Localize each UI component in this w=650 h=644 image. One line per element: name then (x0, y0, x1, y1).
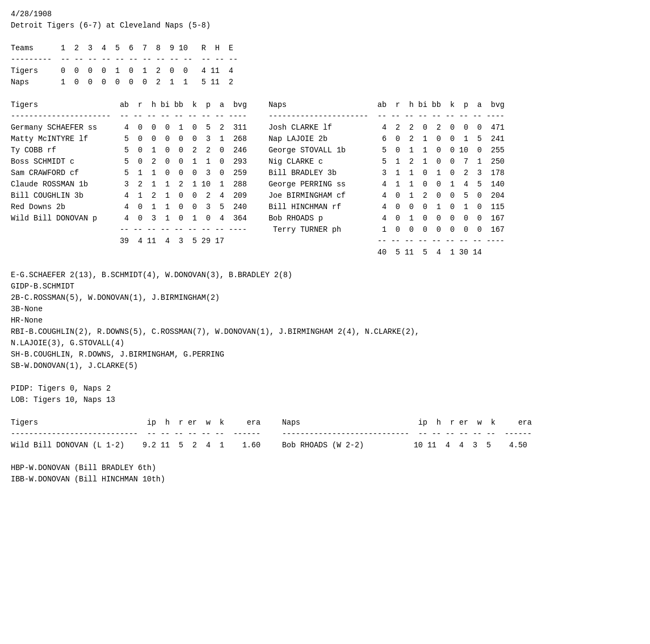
misc-section: PIDP: Tigers 0, Naps 2LOB: Tigers 10, Na… (11, 383, 639, 406)
misc-line: LOB: Tigers 10, Naps 13 (11, 394, 639, 406)
pitching-row: Wild Bill DONOVAN (L 1-2) 9.2 11 5 2 4 1… (11, 440, 260, 451)
note-line: SH-B.COUGHLIN, R.DOWNS, J.BIRMINGHAM, G.… (11, 349, 639, 360)
scorebox: 4/28/1908 Detroit Tigers (6-7) at Clevel… (11, 9, 639, 88)
batting-naps-rows: Josh CLARKE lf 4 2 2 0 2 0 0 0 471Nap LA… (269, 122, 505, 236)
date: 4/28/1908 (11, 10, 52, 18)
note-line: 2B-C.ROSSMAN(5), W.DONOVAN(1), J.BIRMING… (11, 292, 639, 304)
batting-row: Wild Bill DONOVAN p 4 0 3 1 0 1 0 4 364 (11, 213, 247, 224)
batting-tigers-divider2: -- -- -- -- -- -- -- -- ---- (11, 224, 247, 236)
matchup: Detroit Tigers (6-7) at Cleveland Naps (… (11, 21, 211, 30)
note-line: SB-W.DONOVAN(1), J.CLARKE(5) (11, 360, 639, 372)
batting-naps-header: Naps ab r h bi bb k p a bvg (269, 99, 505, 111)
pitching-tigers: Tigers ip h r er w k era ---------------… (11, 417, 260, 451)
linescore-divider: --------- -- -- -- -- -- -- -- -- -- -- … (11, 55, 238, 64)
footer-note-line: IBB-W.DONOVAN (Bill HINCHMAN 10th) (11, 474, 639, 485)
batting-tigers-divider: ---------------------- -- -- -- -- -- --… (11, 111, 247, 122)
pitching-naps-rows: Bob RHOADS (W 2-2) 10 11 4 4 3 5 4.50 (282, 440, 532, 451)
batting-naps-totals: 40 5 11 5 4 1 30 14 (269, 247, 505, 258)
note-line: E-G.SCHAEFER 2(13), B.SCHMIDT(4), W.DONO… (11, 270, 639, 281)
batting-naps: Naps ab r h bi bb k p a bvg ------------… (269, 99, 505, 258)
batting-row: Claude ROSSMAN 1b 3 2 1 1 2 1 10 1 288 (11, 179, 247, 190)
batting-row: Matty McINTYRE lf 5 0 0 0 0 0 3 1 268 (11, 133, 247, 145)
linescore-header: Teams 1 2 3 4 5 6 7 8 9 10 R H E (11, 44, 233, 52)
batting-row: Bill COUGHLIN 3b 4 1 2 1 0 0 2 4 209 (11, 190, 247, 202)
linescore-naps: Naps 1 0 0 0 0 0 0 2 1 1 5 11 2 (11, 78, 233, 86)
note-line: HR-None (11, 315, 639, 326)
batting-row: Germany SCHAEFER ss 4 0 0 0 1 0 5 2 311 (11, 122, 247, 133)
batting-tigers-rows: Germany SCHAEFER ss 4 0 0 0 1 0 5 2 311M… (11, 122, 247, 224)
footer-notes-section: HBP-W.DONOVAN (Bill BRADLEY 6th)IBB-W.DO… (11, 462, 639, 485)
note-line: GIDP-B.SCHMIDT (11, 281, 639, 292)
batting-row: Bill HINCHMAN rf 4 0 0 0 1 0 1 0 115 (269, 202, 505, 213)
batting-naps-divider2: -- -- -- -- -- -- -- -- ---- (269, 236, 505, 247)
batting-tigers-header: Tigers ab r h bi bb k p a bvg (11, 99, 247, 111)
batting-row: Red Downs 2b 4 0 1 1 0 0 3 5 240 (11, 202, 247, 213)
note-line: N.LAJOIE(3), G.STOVALL(4) (11, 338, 639, 349)
note-line: RBI-B.COUGHLIN(2), R.DOWNS(5), C.ROSSMAN… (11, 326, 639, 338)
batting-section: Tigers ab r h bi bb k p a bvg ----------… (11, 99, 639, 258)
batting-row: Bob RHOADS p 4 0 1 0 0 0 0 0 167 (269, 213, 505, 224)
pitching-tigers-divider: ---------------------------- -- -- -- --… (11, 428, 260, 440)
notes-section: E-G.SCHAEFER 2(13), B.SCHMIDT(4), W.DONO… (11, 270, 639, 372)
batting-naps-divider: ---------------------- -- -- -- -- -- --… (269, 111, 505, 122)
pitching-row: Bob RHOADS (W 2-2) 10 11 4 4 3 5 4.50 (282, 440, 532, 451)
footer-note-line: HBP-W.DONOVAN (Bill BRADLEY 6th) (11, 462, 639, 474)
batting-row: Bill BRADLEY 3b 3 1 1 0 1 0 2 3 178 (269, 167, 505, 179)
batting-row: Terry TURNER ph 1 0 0 0 0 0 0 0 167 (269, 224, 505, 236)
pitching-tigers-header: Tigers ip h r er w k era (11, 417, 260, 428)
note-line: 3B-None (11, 304, 639, 315)
batting-row: Boss SCHMIDT c 5 0 2 0 0 1 1 0 293 (11, 156, 247, 167)
batting-tigers-totals: 39 4 11 4 3 5 29 17 (11, 236, 247, 247)
batting-row: Joe BIRMINGHAM cf 4 0 1 2 0 0 5 0 204 (269, 190, 505, 202)
batting-tigers: Tigers ab r h bi bb k p a bvg ----------… (11, 99, 247, 247)
batting-row: Nig CLARKE c 5 1 2 1 0 0 7 1 250 (269, 156, 505, 167)
batting-row: Ty COBB rf 5 0 1 0 0 2 2 0 246 (11, 145, 247, 156)
pitching-naps: Naps ip h r er w k era -----------------… (282, 417, 532, 451)
batting-row: Sam CRAWFORD cf 5 1 1 0 0 0 3 0 259 (11, 167, 247, 179)
pitching-naps-divider: ---------------------------- -- -- -- --… (282, 428, 532, 440)
misc-line: PIDP: Tigers 0, Naps 2 (11, 383, 639, 394)
linescore-tigers: Tigers 0 0 0 0 1 0 1 2 0 0 4 11 4 (11, 66, 233, 75)
batting-row: George STOVALL 1b 5 0 1 1 0 0 10 0 255 (269, 145, 505, 156)
pitching-section: Tigers ip h r er w k era ---------------… (11, 417, 639, 451)
pitching-tigers-rows: Wild Bill DONOVAN (L 1-2) 9.2 11 5 2 4 1… (11, 440, 260, 451)
batting-row: Nap LAJOIE 2b 6 0 2 1 0 0 1 5 241 (269, 133, 505, 145)
batting-row: George PERRING ss 4 1 1 0 0 1 4 5 140 (269, 179, 505, 190)
batting-row: Josh CLARKE lf 4 2 2 0 2 0 0 0 471 (269, 122, 505, 133)
pitching-naps-header: Naps ip h r er w k era (282, 417, 532, 428)
